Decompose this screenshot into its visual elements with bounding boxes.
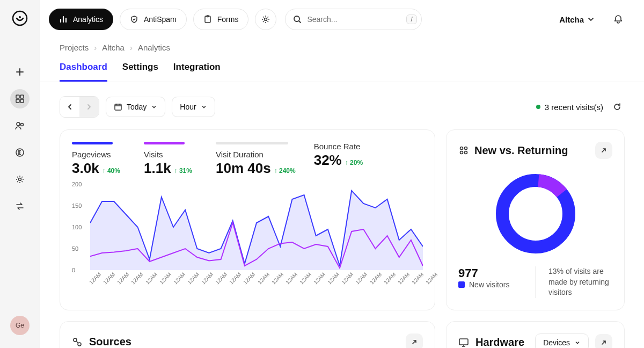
sidebar-item-billing[interactable] <box>10 143 30 162</box>
card-title: Hardware <box>475 336 529 348</box>
nav-antispam[interactable]: AntiSpam <box>120 9 187 30</box>
breadcrumb-projects[interactable]: Projects <box>60 43 89 52</box>
search-shortcut: / <box>406 15 416 24</box>
sources-card: Sources <box>60 321 435 348</box>
tab-integration[interactable]: Integration <box>173 62 221 82</box>
granularity-select[interactable]: Hour <box>172 97 215 117</box>
nav-forms[interactable]: Forms <box>193 9 249 30</box>
svg-rect-2 <box>16 95 19 98</box>
monitor-icon <box>458 337 469 348</box>
svg-point-18 <box>465 151 467 154</box>
shield-icon <box>130 15 138 24</box>
metric-bar <box>72 142 113 144</box>
svg-rect-14 <box>115 104 121 110</box>
search-icon <box>293 15 302 24</box>
nav-analytics-label: Analytics <box>73 15 103 24</box>
svg-point-9 <box>19 178 21 181</box>
recent-visits-indicator: 3 recent visits(s) <box>536 103 603 112</box>
breadcrumb-section: Analytics <box>138 43 170 52</box>
svg-point-6 <box>17 122 20 126</box>
metric-visits[interactable]: Visits 1.1k↑ 31% <box>144 142 197 177</box>
svg-point-12 <box>265 18 267 21</box>
metric-pageviews[interactable]: Pageviews 3.0k↑ 40% <box>72 142 126 177</box>
svg-point-1 <box>19 16 21 18</box>
nav-antispam-label: AntiSpam <box>144 15 177 24</box>
legend-swatch <box>458 281 465 288</box>
user-avatar[interactable]: Ge <box>10 316 30 335</box>
chevron-down-icon <box>574 339 581 346</box>
analytics-icon <box>59 15 68 24</box>
svg-point-15 <box>460 147 463 150</box>
account-menu[interactable]: Altcha <box>559 15 595 24</box>
live-dot-icon <box>536 105 540 109</box>
breadcrumb: Projects › Altcha › Analytics <box>40 39 644 62</box>
clipboard-icon <box>203 15 212 24</box>
refresh-button[interactable] <box>610 99 625 114</box>
svg-point-17 <box>460 151 463 154</box>
date-range-select[interactable]: Today <box>106 97 165 117</box>
nav-forms-label: Forms <box>217 15 239 24</box>
tab-dashboard[interactable]: Dashboard <box>60 62 107 82</box>
date-next-button <box>79 97 99 117</box>
chevron-down-icon <box>201 104 207 110</box>
svg-point-7 <box>21 124 24 126</box>
svg-point-16 <box>465 147 467 150</box>
date-range-label: Today <box>127 103 147 111</box>
new-vs-returning-card: New vs. Returning 977 New visitors 13% o… <box>446 129 625 310</box>
new-visitors-count: 977 <box>458 266 522 280</box>
metric-bar <box>144 142 185 144</box>
chevron-right-icon: › <box>130 43 133 52</box>
account-label: Altcha <box>559 15 584 24</box>
svg-rect-5 <box>20 99 24 103</box>
nav-analytics[interactable]: Analytics <box>49 9 113 30</box>
sources-icon <box>72 337 83 347</box>
card-title: Sources <box>89 336 399 348</box>
calendar-icon <box>114 103 122 111</box>
people-icon <box>458 145 469 156</box>
chevron-right-icon: › <box>94 43 97 52</box>
recent-visits-label: 3 recent visits(s) <box>545 103 603 112</box>
overview-chart-card: Pageviews 3.0k↑ 40% Visits 1.1k↑ 31% Vis… <box>60 129 435 310</box>
metric-duration[interactable]: Visit Duration 10m 40s↑ 240% <box>216 142 296 177</box>
chevron-down-icon <box>587 16 595 23</box>
notifications-button[interactable] <box>612 13 625 26</box>
gear-icon <box>261 15 270 24</box>
sidebar-item-users[interactable] <box>10 116 30 135</box>
search-input[interactable] <box>307 15 401 24</box>
svg-rect-4 <box>16 99 19 103</box>
expand-button[interactable] <box>595 334 612 348</box>
traffic-chart: 050100150200 12AM12AM12AM12AM12AM12AM12A… <box>72 184 423 286</box>
hardware-filter-select[interactable]: Devices <box>535 334 589 348</box>
hardware-card: Hardware Devices <box>446 321 625 348</box>
donut-chart <box>493 171 579 257</box>
nav-settings[interactable] <box>255 9 276 30</box>
sidebar-item-settings[interactable] <box>10 170 30 189</box>
svg-rect-23 <box>459 339 468 345</box>
search-field[interactable]: / <box>285 9 421 30</box>
new-visitors-label: New visitors <box>469 280 509 289</box>
sidebar-item-add[interactable] <box>10 62 30 82</box>
expand-button[interactable] <box>406 334 423 348</box>
chevron-down-icon <box>151 104 157 110</box>
sidebar-item-dashboard[interactable] <box>10 89 30 108</box>
card-title: New vs. Returning <box>474 144 590 157</box>
expand-button[interactable] <box>595 142 612 159</box>
metric-bar <box>216 142 288 144</box>
returning-visitors-text: 13% of visits are made by returning visi… <box>548 266 612 298</box>
svg-rect-3 <box>20 95 24 98</box>
sidebar-item-transfers[interactable] <box>10 197 30 216</box>
brand-logo[interactable] <box>11 10 28 27</box>
tab-settings[interactable]: Settings <box>122 62 158 82</box>
metric-bounce[interactable]: Bounce Rate 32%↑ 20% <box>314 142 368 177</box>
granularity-label: Hour <box>180 103 196 111</box>
date-prev-button[interactable] <box>60 97 79 117</box>
breadcrumb-project[interactable]: Altcha <box>102 43 125 52</box>
